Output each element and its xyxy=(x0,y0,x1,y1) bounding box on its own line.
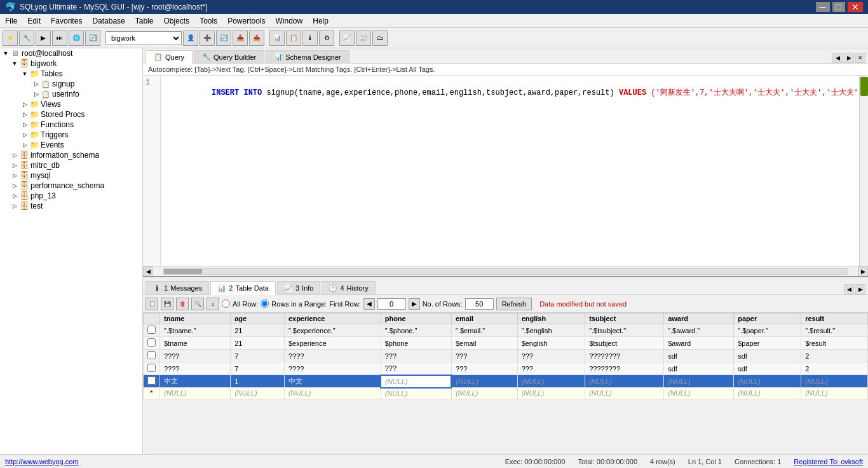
cell-tname[interactable]: ".$tname." xyxy=(160,324,231,337)
cell-tname[interactable]: (NULL) xyxy=(160,388,231,399)
result-tab-tabledata[interactable]: 📊 2 Table Data xyxy=(210,281,276,295)
row-checkbox[interactable] xyxy=(147,364,156,372)
cell-tsubject[interactable]: ???????? xyxy=(585,362,664,375)
sidebar-item-tables[interactable]: ▼ 📁 Tables xyxy=(0,69,142,79)
cell-tname[interactable]: 中文 xyxy=(160,375,231,388)
cell-award[interactable]: $award xyxy=(664,337,734,350)
cell-tsubject[interactable]: ".$tsubject." xyxy=(585,324,664,337)
cell-experience[interactable]: ???? xyxy=(284,350,381,362)
col-header-english[interactable]: english xyxy=(517,313,585,324)
toolbar-btn-info[interactable]: ℹ xyxy=(302,31,318,46)
result-btn-save[interactable]: 💾 xyxy=(161,298,173,310)
hscroll-thumb[interactable] xyxy=(164,269,202,274)
toolbar-btn-add[interactable]: ➕ xyxy=(200,31,215,46)
hscroll-left-btn[interactable]: ◀ xyxy=(143,266,153,277)
result-btn-sort[interactable]: ↕ xyxy=(207,298,219,310)
toolbar-btn-4[interactable]: ⏭ xyxy=(52,31,67,46)
cell-english[interactable]: (NULL) xyxy=(517,375,585,388)
cell-paper[interactable]: sdf xyxy=(734,350,801,362)
toolbar-btn-export[interactable]: 📤 xyxy=(249,31,264,46)
query-editor[interactable]: 1 INSERT INTO signup(tname,age,experienc… xyxy=(143,76,868,276)
menubar-item-database[interactable]: Database xyxy=(87,15,130,27)
toolbar-btn-report[interactable]: 📰 xyxy=(356,31,371,46)
toolbar-btn-6[interactable]: 🔄 xyxy=(85,31,100,46)
menubar-item-objects[interactable]: Objects xyxy=(158,15,194,27)
tab-query[interactable]: 📋 Query xyxy=(146,50,193,64)
cell-result[interactable]: 2 xyxy=(801,350,868,362)
result-tab-nav-right[interactable]: ▶ xyxy=(855,284,865,294)
table-row[interactable]: 中文1中文(NULL)(NULL)(NULL)(NULL)(NULL)(NULL… xyxy=(144,375,868,388)
col-header-experience[interactable]: experience xyxy=(284,313,381,324)
toolbar-btn-2[interactable]: 🔧 xyxy=(19,31,34,46)
toolbar-btn-1[interactable]: ⚡ xyxy=(3,31,18,46)
cell-tsubject[interactable]: ???????? xyxy=(585,350,664,362)
cell-experience[interactable]: ???? xyxy=(284,362,381,375)
prev-page-btn[interactable]: ◀ xyxy=(363,298,375,310)
cell-age[interactable]: (NULL) xyxy=(231,388,285,399)
tab-close[interactable]: ✕ xyxy=(855,53,865,63)
status-url[interactable]: http://www.webyog.com xyxy=(5,458,79,465)
radio-allrow[interactable] xyxy=(222,299,230,308)
toolbar-btn-import[interactable]: 📥 xyxy=(233,31,248,46)
cell-award[interactable]: (NULL) xyxy=(664,375,734,388)
row-checkbox[interactable] xyxy=(147,376,156,385)
menubar-item-window[interactable]: Window xyxy=(271,15,308,27)
cell-tsubject[interactable]: (NULL) xyxy=(585,388,664,399)
sidebar-item-bigwork[interactable]: ▼ 🗄 bigwork xyxy=(0,59,142,69)
sidebar-item-server[interactable]: ▼ 🖥 root@localhost xyxy=(0,48,142,59)
connection-dropdown[interactable]: bigwork xyxy=(105,31,182,45)
toolbar-btn-refresh[interactable]: 🔃 xyxy=(216,31,231,46)
cell-tsubject[interactable]: $tsubject xyxy=(585,337,664,350)
toolbar-btn-grid[interactable]: 📊 xyxy=(269,31,285,46)
toolbar-btn-5[interactable]: 🌐 xyxy=(69,31,84,46)
col-header-tname[interactable]: tname xyxy=(160,313,231,324)
sidebar-item-mysql[interactable]: ▷ 🗄 mysql xyxy=(0,170,142,181)
toolbar-btn-user[interactable]: 👤 xyxy=(183,31,198,46)
no-of-rows-input[interactable] xyxy=(465,298,494,310)
cell-english[interactable]: ??? xyxy=(517,362,585,375)
menubar-item-powertools[interactable]: Powertools xyxy=(222,15,270,27)
cell-experience[interactable]: 中文 xyxy=(284,375,381,388)
cell-phone[interactable]: ??? xyxy=(381,362,451,375)
cell-english[interactable]: (NULL) xyxy=(517,388,585,399)
cell-paper[interactable]: (NULL) xyxy=(734,388,801,399)
result-btn-delete[interactable]: 🗑 xyxy=(176,298,189,310)
hscroll-right-btn[interactable]: ▶ xyxy=(858,266,868,277)
sidebar-item-triggers[interactable]: ▷ 📁 Triggers xyxy=(0,130,142,140)
row-checkbox[interactable] xyxy=(147,338,156,347)
cell-email[interactable]: ??? xyxy=(451,350,517,362)
cell-english[interactable]: ??? xyxy=(517,350,585,362)
cell-award[interactable]: ".$award." xyxy=(664,324,734,337)
sidebar-item-performance-schema[interactable]: ▷ 🗄 performance_schema xyxy=(0,181,142,191)
cell-age[interactable]: 1 xyxy=(231,375,285,388)
cell-result[interactable]: $result xyxy=(801,337,868,350)
radio-rangerow[interactable] xyxy=(261,299,269,308)
menubar-item-tools[interactable]: Tools xyxy=(194,15,222,27)
cell-tsubject[interactable]: (NULL) xyxy=(585,375,664,388)
cell-age[interactable]: 21 xyxy=(231,337,285,350)
close-button[interactable]: ✕ xyxy=(848,2,863,12)
tab-query-builder[interactable]: 🔧 Query Builder xyxy=(194,50,264,63)
cell-english[interactable]: ".$english xyxy=(517,324,585,337)
menubar-item-help[interactable]: Help xyxy=(308,15,334,27)
cell-result[interactable]: ".$result." xyxy=(801,324,868,337)
sidebar-item-functions[interactable]: ▷ 📁 Functions xyxy=(0,120,142,130)
sidebar-item-information-schema[interactable]: ▷ 🗄 information_schema xyxy=(0,150,142,160)
col-header-age[interactable]: age xyxy=(231,313,285,324)
sidebar-item-views[interactable]: ▷ 📁 Views xyxy=(0,99,142,109)
col-header-email[interactable]: email xyxy=(451,313,517,324)
col-header-phone[interactable]: phone xyxy=(381,313,451,324)
menubar-item-file[interactable]: File xyxy=(0,15,22,27)
cell-result[interactable]: (NULL) xyxy=(801,375,868,388)
result-tab-messages[interactable]: ℹ 1 Messages xyxy=(146,281,209,294)
cell-result[interactable]: (NULL) xyxy=(801,388,868,399)
table-row[interactable]: ????7?????????????????????sdfsdf2 xyxy=(144,350,868,362)
cell-phone[interactable]: ??? xyxy=(381,350,451,362)
toolbar-btn-chart[interactable]: 📈 xyxy=(339,31,355,46)
cell-tname[interactable]: $tname xyxy=(160,337,231,350)
sidebar-item-php-13[interactable]: ▷ 🗄 php_13 xyxy=(0,191,142,201)
sidebar-item-events[interactable]: ▷ 📁 Events xyxy=(0,140,142,150)
table-row[interactable]: ".$tname."21".$experience."".$phone."".$… xyxy=(144,324,868,337)
next-page-btn[interactable]: ▶ xyxy=(409,298,420,310)
menubar-item-favorites[interactable]: Favorites xyxy=(46,15,87,27)
